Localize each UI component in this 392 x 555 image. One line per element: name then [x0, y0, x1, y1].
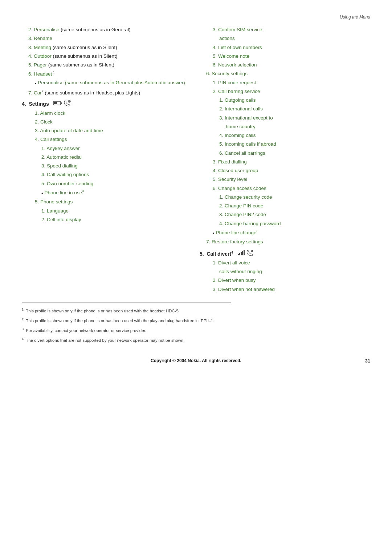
list-item: • Phone line in use3	[22, 189, 185, 197]
list-item: 2. International calls	[200, 105, 370, 113]
svg-rect-7	[239, 253, 240, 255]
phone-icon	[64, 100, 71, 106]
list-item: 6. Network selection	[200, 61, 370, 69]
svg-rect-6	[238, 254, 239, 255]
header-text: Using the Menu	[340, 15, 370, 20]
svg-rect-2	[54, 102, 57, 104]
section-4-header: 4. Settings	[22, 100, 185, 108]
left-column: 2. Personalise (same submenus as in Gene…	[22, 26, 196, 295]
page-number: 31	[365, 358, 370, 364]
list-item: 4. Call settings	[22, 136, 185, 143]
footer: Copyright © 2004 Nokia. All rights reser…	[22, 358, 370, 363]
list-item: 5. Pager (same submenus as in Si-lent)	[22, 61, 185, 69]
list-item: home country	[200, 123, 370, 130]
list-item: 2. Call barring service	[200, 88, 370, 95]
list-item: 1. PIN code request	[200, 79, 370, 86]
list-item: 3. Meeting (same submenus as in Silent)	[22, 44, 185, 51]
list-item: 5. Own number sending	[22, 180, 185, 187]
copyright-text: Copyright © 2004 Nokia. All rights reser…	[151, 358, 241, 363]
footnote-divider	[22, 303, 231, 303]
list-item: 2. Cell info display	[22, 216, 185, 223]
call-divert-icons	[237, 250, 254, 256]
list-item: 3. Divert when not answered	[200, 286, 370, 293]
list-item: 5. Phone settings	[22, 198, 185, 206]
svg-rect-1	[61, 102, 62, 104]
list-item: 3. Fixed dialling	[200, 158, 370, 166]
signal-icon	[237, 250, 245, 256]
footnote-1: 1 This profile is shown only if the phon…	[22, 307, 370, 314]
svg-rect-10	[244, 250, 245, 255]
list-item: 1. Divert all voice	[200, 259, 370, 267]
list-item: 7. Restore factory settings	[200, 238, 370, 246]
list-item: • Phone line change3	[200, 229, 370, 237]
footnote-2: 2 This profile is shown only if the phon…	[22, 317, 370, 324]
list-item: 1. Alarm clock	[22, 110, 185, 117]
list-item: 1. Anykey answer	[22, 145, 185, 152]
list-item: actions	[200, 35, 370, 42]
list-item: 7. Car2 (same submenus as in Headset plu…	[22, 89, 185, 97]
right-column: 3. Confirm SIM service actions 4. List o…	[196, 26, 370, 295]
list-item: calls without ringing	[200, 268, 370, 275]
divert-phone-icon	[246, 250, 254, 256]
footnote-4: 4 The divert options that are not suppor…	[22, 337, 370, 344]
list-item: 3. Confirm SIM service	[200, 26, 370, 33]
list-item: • Personalise (same submenus as in Gener…	[22, 79, 185, 88]
list-item: 4. Outdoor (same submenus as in Silent)	[22, 53, 185, 60]
list-item: 3. Speed dialling	[22, 162, 185, 170]
list-item: 2. Automatic redial	[22, 154, 185, 161]
footnote-3: 3 For availability, contact your network…	[22, 327, 370, 334]
list-item: 3. Rename	[22, 35, 185, 42]
battery-icon	[53, 101, 62, 106]
list-item: 2. Change PIN code	[200, 202, 370, 210]
list-item: 2. Clock	[22, 118, 185, 126]
list-item: 6. Change access codes	[200, 185, 370, 192]
list-item: 5. Welcome note	[200, 53, 370, 60]
list-item: 3. International except to	[200, 114, 370, 122]
page-header: Using the Menu	[22, 15, 370, 20]
list-item: 2. Personalise (same submenus as in Gene…	[22, 26, 185, 33]
list-item: 4. Closed user group	[200, 167, 370, 174]
section-5-header: 5. Call divert4	[200, 250, 370, 258]
svg-rect-9	[242, 251, 243, 255]
list-item: 1. Change security code	[200, 194, 370, 201]
list-item: 1. Language	[22, 207, 185, 215]
list-item: 6. Cancel all barrings	[200, 150, 370, 157]
svg-rect-8	[241, 252, 242, 255]
list-item: 2. Divert when busy	[200, 277, 370, 284]
list-item: 4. Change barring password	[200, 220, 370, 227]
list-item: 5. Security level	[200, 176, 370, 183]
list-item: 1. Outgoing calls	[200, 97, 370, 104]
list-item: 3. Auto update of date and time	[22, 127, 185, 134]
list-item: 3. Change PIN2 code	[200, 211, 370, 218]
list-item: 5. Incoming calls if abroad	[200, 141, 370, 148]
list-item: 4. Incoming calls	[200, 132, 370, 139]
list-item: 4. Call waiting options	[22, 171, 185, 178]
section-6-header: 6. Security settings	[200, 70, 370, 77]
list-item: 6. Headset 1	[22, 70, 185, 78]
settings-icons	[53, 100, 71, 106]
list-item: 4. List of own numbers	[200, 44, 370, 51]
